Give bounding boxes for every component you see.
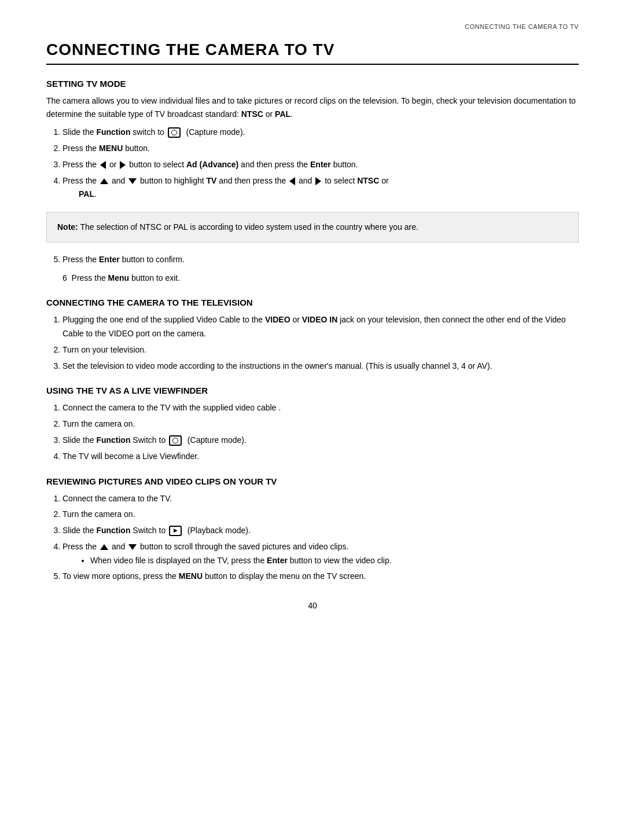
video-in-label: VIDEO IN <box>302 315 337 324</box>
step-4: Press the and button to highlight TV and… <box>62 174 579 202</box>
review-step-4: Press the and button to scroll through t… <box>62 540 579 567</box>
connect-step-2: Turn on your television. <box>62 343 579 357</box>
arrow-down-icon-2 <box>128 544 137 550</box>
arrow-down-icon-1 <box>128 178 137 184</box>
playback-mode-icon <box>169 526 182 536</box>
video-label: VIDEO <box>265 315 291 324</box>
review-substep-4a: When video file is displayed on the TV, … <box>90 554 579 567</box>
step-1: Slide the Function switch to (Capture mo… <box>62 126 579 140</box>
section-reviewing-pictures: REVIEWING PICTURES AND VIDEO CLIPS ON YO… <box>46 476 579 584</box>
ntsc-label: NTSC <box>241 109 263 119</box>
review-substeps: When video file is displayed on the TV, … <box>90 554 579 567</box>
pal-label: PAL <box>275 109 291 119</box>
page: CONNECTING THE CAMERA TO TV CONNECTING T… <box>0 0 625 840</box>
viewfinder-step-2: Turn the camera on. <box>62 417 579 431</box>
pal-label-2: PAL <box>79 189 94 199</box>
enter-label-1: Enter <box>310 160 331 169</box>
menu-label-2: Menu <box>108 273 130 283</box>
reviewing-steps: Connect the camera to the TV. Turn the c… <box>62 492 579 584</box>
main-title: CONNECTING THE CAMERA TO TV <box>46 41 579 65</box>
note-label: Note: <box>57 222 78 232</box>
step-5: Press the Enter button to confirm. <box>62 253 579 267</box>
arrow-left-icon-2 <box>289 177 295 185</box>
ad-advance-label: Ad (Advance) <box>186 160 238 169</box>
capture-mode-icon-1 <box>168 127 181 138</box>
step-6: 6 Press the Menu button to exit. <box>62 272 579 285</box>
step-3: Press the or button to select Ad (Advanc… <box>62 158 579 172</box>
arrow-right-icon-1 <box>120 161 126 169</box>
section-title-setting-tv-mode: SETTING TV MODE <box>46 79 579 89</box>
function-label-2: Function <box>96 435 130 445</box>
arrow-up-icon-2 <box>100 544 108 550</box>
note-box: Note: The selection of NTSC or PAL is ac… <box>46 212 579 243</box>
function-label-3: Function <box>96 526 130 535</box>
viewfinder-step-3: Slide the Function Switch to (Capture mo… <box>62 434 579 447</box>
arrow-left-icon-1 <box>100 161 106 169</box>
section-title-connecting-camera-tv: CONNECTING THE CAMERA TO THE TELEVISION <box>46 298 579 307</box>
viewfinder-steps: Connect the camera to the TV with the su… <box>62 401 579 463</box>
menu-label-3: MENU <box>179 571 203 581</box>
note-text: Note: The selection of NTSC or PAL is ac… <box>57 222 418 232</box>
arrow-up-icon-1 <box>100 178 108 184</box>
review-step-2: Turn the camera on. <box>62 508 579 522</box>
connect-step-1: Plugging the one end of the supplied Vid… <box>62 313 579 341</box>
arrow-right-icon-2 <box>315 177 321 185</box>
page-number: 40 <box>46 601 579 610</box>
review-step-3: Slide the Function Switch to (Playback m… <box>62 524 579 538</box>
setting-tv-steps-2: Press the Enter button to confirm. <box>62 253 579 267</box>
enter-label-3: Enter <box>267 556 288 565</box>
review-step-1: Connect the camera to the TV. <box>62 492 579 506</box>
section-title-reviewing-pictures: REVIEWING PICTURES AND VIDEO CLIPS ON YO… <box>46 476 579 486</box>
section-connecting-camera-tv: CONNECTING THE CAMERA TO THE TELEVISION … <box>46 298 579 373</box>
header-text: CONNECTING THE CAMERA TO TV <box>465 23 579 30</box>
section-setting-tv-mode: SETTING TV MODE The camera allows you to… <box>46 79 579 285</box>
enter-label-2: Enter <box>99 255 120 264</box>
connecting-steps: Plugging the one end of the supplied Vid… <box>62 313 579 373</box>
ntsc-label-2: NTSC <box>357 176 379 185</box>
function-label-1: Function <box>96 127 130 137</box>
tv-label: TV <box>206 176 216 185</box>
menu-label-1: MENU <box>99 144 123 153</box>
viewfinder-step-1: Connect the camera to the TV with the su… <box>62 401 579 415</box>
section-title-using-tv-viewfinder: USING THE TV AS A LIVE VIEWFINDER <box>46 386 579 395</box>
setting-tv-intro: The camera allows you to view individual… <box>46 94 579 121</box>
connect-step-3: Set the television to video mode accordi… <box>62 360 579 373</box>
section-using-tv-viewfinder: USING THE TV AS A LIVE VIEWFINDER Connec… <box>46 386 579 463</box>
setting-tv-steps: Slide the Function switch to (Capture mo… <box>62 126 579 201</box>
step-2: Press the MENU button. <box>62 142 579 156</box>
page-header: CONNECTING THE CAMERA TO TV <box>46 23 579 30</box>
viewfinder-step-4: The TV will become a Live Viewfinder. <box>62 450 579 464</box>
review-step-5: To view more options, press the MENU but… <box>62 570 579 584</box>
capture-mode-icon-2 <box>169 435 182 446</box>
